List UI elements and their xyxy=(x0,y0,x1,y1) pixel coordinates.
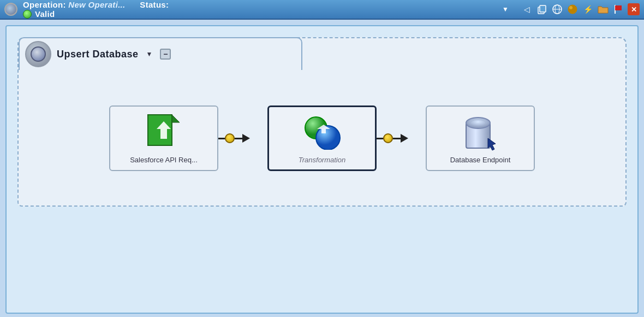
svg-point-6 xyxy=(568,5,577,14)
main-canvas: Upsert Database ▼ − xyxy=(5,25,639,314)
gear-icon xyxy=(25,41,51,67)
connector-2 xyxy=(377,133,426,143)
transformation-icon xyxy=(302,113,342,152)
svg-rect-1 xyxy=(540,5,546,12)
sphere-icon[interactable] xyxy=(567,3,579,15)
title-bar: Operation: New Operati... Status: Valid … xyxy=(0,0,644,20)
app-logo xyxy=(4,3,17,16)
close-button[interactable]: ✕ xyxy=(628,3,640,15)
connector-dot-1 xyxy=(225,133,235,143)
connector-arrow-2 xyxy=(401,134,408,143)
operation-name: New Operati... xyxy=(68,0,125,9)
connector-arrow-1 xyxy=(242,134,250,143)
svg-point-11 xyxy=(316,126,340,150)
lightning-icon[interactable]: ⚡ xyxy=(582,3,594,15)
status-section: Valid xyxy=(23,9,496,19)
flag-icon[interactable] xyxy=(612,3,624,15)
status-indicator xyxy=(23,10,32,19)
line-seg1 xyxy=(218,138,225,139)
flow-content: Salesforce API Req... xyxy=(19,71,625,206)
connector-dot-2 xyxy=(383,133,393,143)
database-label: Database Endpoint xyxy=(450,156,511,164)
transformation-label: Transformation xyxy=(299,156,345,164)
operation-label: Operation: xyxy=(23,0,66,9)
status-text: Valid xyxy=(35,9,55,19)
panel-title: Upsert Database xyxy=(57,49,139,60)
status-label: Status: xyxy=(140,0,169,9)
send-icon[interactable]: ◁ xyxy=(521,3,533,15)
salesforce-label: Salesforce API Req... xyxy=(130,156,198,164)
svg-point-7 xyxy=(569,6,573,9)
gear-inner xyxy=(31,46,46,62)
salesforce-icon xyxy=(144,113,183,152)
title-bar-text: Operation: New Operati... Status: Valid xyxy=(23,0,496,19)
panel-dropdown-button[interactable]: ▼ xyxy=(144,49,155,59)
copy-icon[interactable] xyxy=(536,3,548,15)
database-icon xyxy=(461,113,500,152)
operation-panel: Upsert Database ▼ − xyxy=(17,37,627,207)
globe-icon[interactable] xyxy=(551,3,563,15)
panel-collapse-button[interactable]: − xyxy=(160,49,171,60)
line-seg3 xyxy=(377,138,383,139)
database-endpoint-node[interactable]: Database Endpoint xyxy=(426,105,535,171)
salesforce-node[interactable]: Salesforce API Req... xyxy=(109,105,218,171)
connector-1 xyxy=(218,133,267,143)
transformation-node[interactable]: Transformation xyxy=(267,105,377,171)
svg-point-14 xyxy=(466,118,490,128)
toolbar-actions: ◁ ⚡ xyxy=(521,3,640,15)
line-seg2 xyxy=(235,138,242,139)
line-seg4 xyxy=(393,138,401,139)
folder-icon[interactable] xyxy=(597,3,609,15)
status-dropdown-button[interactable]: ▼ xyxy=(501,5,510,14)
panel-tab: Upsert Database ▼ − xyxy=(19,37,302,70)
